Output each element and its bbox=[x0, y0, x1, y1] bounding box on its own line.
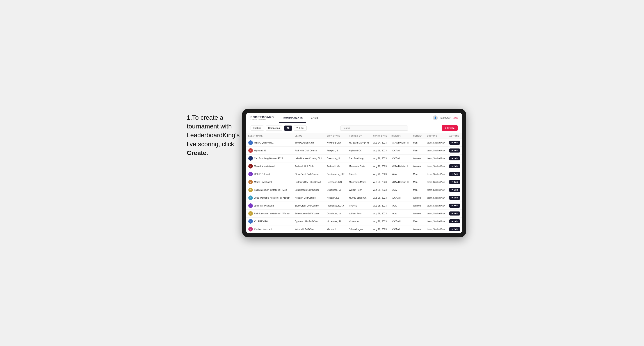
competing-button[interactable]: Competing bbox=[266, 126, 282, 131]
hosted-by-cell: William Penn bbox=[347, 186, 371, 194]
app-logo: SCOREBOARD Powered by clipper bbox=[250, 116, 274, 120]
event-name-cell: V VU PREVIEW bbox=[246, 217, 292, 225]
division-cell: NAIA bbox=[389, 170, 411, 178]
col-gender: GENDER bbox=[411, 133, 425, 139]
city-state-cell: Faribault, MN bbox=[324, 163, 346, 170]
edit-button[interactable]: ✏ Edit bbox=[449, 211, 460, 215]
edit-button[interactable]: ✏ Edit bbox=[449, 156, 460, 161]
gender-cell: Women bbox=[411, 163, 425, 170]
col-venue: VENUE bbox=[292, 133, 324, 139]
actions-cell: ✏ Edit bbox=[447, 178, 462, 186]
all-button[interactable]: All bbox=[284, 126, 292, 131]
table-row: V VU PREVIEW Cypress Hills Golf Club Vin… bbox=[246, 217, 462, 225]
tab-tournaments[interactable]: TOURNAMENTS bbox=[279, 113, 306, 123]
table-row: U UPIKE Fall Invite StoneCrest Golf Cour… bbox=[246, 170, 462, 178]
division-cell: NJCAA I bbox=[389, 155, 411, 163]
team-logo: W bbox=[248, 188, 253, 192]
table-row: C Carl Sandburg Women FA23 Lake Bracken … bbox=[246, 155, 462, 163]
gender-cell: Women bbox=[411, 202, 425, 210]
sign-label[interactable]: Sign bbox=[453, 117, 458, 119]
start-date-cell: Aug 26, 2023 bbox=[371, 155, 389, 163]
gender-cell: Women bbox=[411, 155, 425, 163]
venue-cell: StoneCrest Golf Course bbox=[292, 202, 324, 210]
edit-button[interactable]: ✏ Edit bbox=[449, 196, 460, 200]
venue-cell: The Powelton Club bbox=[292, 139, 324, 147]
division-cell: NJCAA II bbox=[389, 194, 411, 202]
annotation-line4: live scoring, click bbox=[187, 141, 234, 148]
team-logo: U bbox=[248, 172, 253, 176]
event-name-cell: H Highland 36 bbox=[246, 147, 292, 155]
event-name: Klash at Kokopelli bbox=[254, 228, 272, 231]
city-state-cell: Deerwood, MN bbox=[324, 178, 346, 186]
team-logo: M bbox=[248, 164, 253, 169]
event-name-cell: U UPIKE Fall Invite bbox=[246, 170, 292, 178]
actions-cell: ✏ Edit bbox=[447, 202, 462, 210]
filter-button[interactable]: ☰ Filter bbox=[294, 126, 307, 131]
col-city-state: CITY, STATE bbox=[324, 133, 346, 139]
venue-cell: Faribault Golf Club bbox=[292, 163, 324, 170]
tab-teams[interactable]: TEAMS bbox=[306, 113, 322, 123]
edit-button[interactable]: ✏ Edit bbox=[449, 164, 460, 168]
event-name-cell: M MSMC Qualifying 1 bbox=[246, 139, 292, 147]
edit-button[interactable]: ✏ Edit bbox=[449, 180, 460, 184]
edit-button[interactable]: ✏ Edit bbox=[449, 227, 460, 231]
hosted-by-cell: William Penn bbox=[347, 210, 371, 217]
venue-cell: Edmundson Golf Course bbox=[292, 210, 324, 217]
table-row: K Klash at Kokopelli Kokopelli Golf Club… bbox=[246, 225, 462, 233]
event-name-cell: C Carl Sandburg Women FA23 bbox=[246, 155, 292, 163]
edit-button[interactable]: ✏ Edit bbox=[449, 172, 460, 176]
start-date-cell: Aug 28, 2023 bbox=[371, 217, 389, 225]
annotation-cta: Create bbox=[187, 149, 206, 156]
actions-cell: ✏ Edit bbox=[447, 194, 462, 202]
start-date-cell: Aug 28, 2023 bbox=[371, 186, 389, 194]
division-cell: NCAA Division III bbox=[389, 139, 411, 147]
event-name-cell: M Maverick Invitational bbox=[246, 163, 292, 170]
start-date-cell: Aug 28, 2023 bbox=[371, 202, 389, 210]
team-logo: M bbox=[248, 180, 253, 184]
gender-cell: Women bbox=[411, 225, 425, 233]
event-name: Maverick Invitational bbox=[254, 165, 275, 168]
team-logo: U bbox=[248, 203, 253, 208]
edit-button[interactable]: ✏ Edit bbox=[449, 204, 460, 208]
actions-cell: ✏ Edit bbox=[447, 147, 462, 155]
team-logo: H bbox=[248, 148, 253, 153]
scoring-cell: team, Stroke Play bbox=[425, 155, 447, 163]
user-icon: 👤 bbox=[433, 115, 438, 120]
edit-button[interactable]: ✏ Edit bbox=[449, 149, 460, 153]
team-logo: H bbox=[248, 195, 253, 200]
search-input[interactable] bbox=[340, 126, 408, 131]
actions-cell: ✏ Edit bbox=[447, 210, 462, 217]
start-date-cell: Aug 24, 2023 bbox=[371, 139, 389, 147]
start-date-cell: Aug 28, 2023 bbox=[371, 178, 389, 186]
scoring-cell: team, Stroke Play bbox=[425, 202, 447, 210]
scoring-cell: team, Stroke Play bbox=[425, 186, 447, 194]
edit-button[interactable]: ✏ Edit bbox=[449, 219, 460, 223]
city-state-cell: Oskaloosa, IA bbox=[324, 210, 346, 217]
event-name-cell: W Fall Statesmen Invitational - Women bbox=[246, 210, 292, 217]
start-date-cell: Aug 28, 2023 bbox=[371, 194, 389, 202]
start-date-cell: Aug 28, 2023 bbox=[371, 163, 389, 170]
city-state-cell: Galesburg, IL bbox=[324, 155, 346, 163]
col-actions: ACTIONS bbox=[447, 133, 462, 139]
scoring-cell: team, Stroke Play bbox=[425, 147, 447, 155]
hosting-button[interactable]: Hosting bbox=[250, 126, 264, 131]
division-cell: NJCAA I bbox=[389, 147, 411, 155]
search-box bbox=[308, 126, 440, 131]
venue-cell: Kokopelli Golf Club bbox=[292, 225, 324, 233]
col-hosted-by: HOSTED BY bbox=[347, 133, 371, 139]
outer-wrapper: 1.To create a tournament with Leaderboar… bbox=[187, 109, 457, 237]
event-name: VU PREVIEW bbox=[254, 220, 268, 223]
create-button[interactable]: + Create bbox=[442, 125, 458, 131]
hosted-by-cell: Pikeville bbox=[347, 202, 371, 210]
scoring-cell: team, Stroke Play bbox=[425, 170, 447, 178]
hosted-by-cell: John A Logan bbox=[347, 225, 371, 233]
edit-button[interactable]: ✏ Edit bbox=[449, 188, 460, 192]
col-division: DIVISION bbox=[389, 133, 411, 139]
edit-button[interactable]: ✏ Edit bbox=[449, 141, 460, 145]
nav-tabs: TOURNAMENTS TEAMS bbox=[279, 113, 433, 123]
logo-sub: Powered by clipper bbox=[250, 119, 274, 120]
event-name: Highland 36 bbox=[254, 149, 266, 152]
event-name: MSMC Qualifying 1 bbox=[254, 142, 274, 144]
filter-label: Filter bbox=[299, 127, 304, 129]
nav-bar: SCOREBOARD Powered by clipper TOURNAMENT… bbox=[246, 113, 462, 123]
